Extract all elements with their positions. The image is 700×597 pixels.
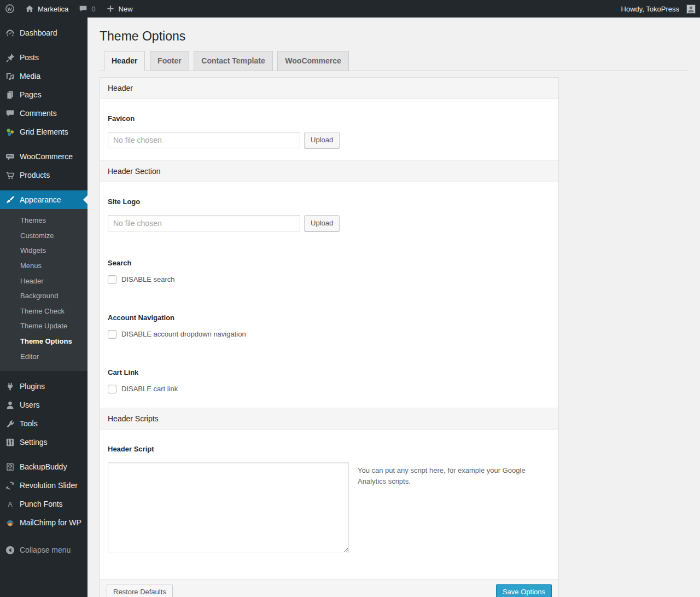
disable-cart-link-checkbox[interactable] — [108, 385, 116, 393]
sidebar-item-punch-fonts[interactable]: A Punch Fonts — [0, 495, 88, 513]
restore-defaults-button[interactable]: Restore Defaults — [107, 584, 173, 597]
submenu-item-editor[interactable]: Editor — [0, 349, 88, 364]
sidebar-item-plugins[interactable]: Plugins — [0, 377, 88, 396]
sidebar-item-label: Settings — [20, 438, 48, 446]
checkbox-label[interactable]: DISABLE cart link — [121, 385, 178, 393]
favicon-file-row: Upload — [108, 132, 551, 148]
disable-search-row[interactable]: DISABLE search — [108, 275, 551, 284]
disable-account-nav-checkbox[interactable] — [108, 330, 116, 339]
collapse-menu-button[interactable]: Collapse menu — [0, 541, 88, 559]
sidebar-item-posts[interactable]: Posts — [0, 48, 88, 67]
sidebar-item-label: Tools — [20, 420, 38, 427]
pushpin-icon — [0, 53, 20, 63]
page-title: Theme Options — [100, 30, 689, 43]
site-logo-field: Site Logo Upload — [100, 182, 558, 231]
favicon-file-input[interactable] — [108, 132, 300, 148]
panel-footer: Restore Defaults Save Options — [100, 579, 558, 597]
tab-bar: Header Footer Contact Template WooCommer… — [100, 51, 689, 71]
home-icon — [25, 4, 34, 14]
my-account-link[interactable]: Howdy, TokoPress — [616, 0, 696, 18]
submenu-item-header[interactable]: Header — [0, 274, 88, 289]
admin-bar: Marketica 0 New Howdy, TokoPress — [0, 0, 700, 18]
account-navigation-field: Account Navigation DISABLE account dropd… — [100, 298, 558, 339]
sidebar-item-label: Collapse menu — [20, 546, 71, 554]
tab-contact-template[interactable]: Contact Template — [194, 51, 272, 71]
sidebar-item-label: Plugins — [20, 382, 45, 390]
site-logo-file-input[interactable] — [108, 215, 300, 231]
submenu-item-theme-check[interactable]: Theme Check — [0, 304, 88, 319]
sidebar-item-label: Media — [20, 72, 40, 80]
sidebar-item-appearance[interactable]: Appearance — [0, 190, 88, 209]
mailchimp-monkey-icon — [0, 518, 20, 528]
sidebar-item-label: Dashboard — [20, 29, 57, 37]
submenu-item-menus[interactable]: Menus — [0, 258, 88, 274]
admin-menu: Dashboard Posts Media Pages — [0, 24, 88, 559]
sidebar-item-settings[interactable]: Settings — [0, 433, 88, 451]
sidebar-item-mailchimp[interactable]: MailChimp for WP — [0, 513, 88, 532]
checkbox-label[interactable]: DISABLE account dropdown navigation — [121, 330, 246, 338]
favicon-upload-button[interactable]: Upload — [304, 132, 340, 148]
favicon-field: Favicon Upload — [100, 99, 558, 148]
cart-link-field: Cart Link DISABLE cart link — [100, 353, 558, 393]
checkbox-label[interactable]: DISABLE search — [121, 275, 175, 283]
svg-text:A: A — [8, 501, 13, 508]
field-label: Site Logo — [108, 182, 551, 206]
sidebar-item-users[interactable]: Users — [0, 396, 88, 414]
grid-elements-icon — [0, 127, 20, 137]
menu-separator — [0, 451, 88, 457]
dashboard-icon — [0, 28, 20, 38]
media-icon — [0, 71, 20, 82]
theme-options-panel: Header Favicon Upload Header Section Sit… — [100, 77, 559, 597]
sidebar-item-tools[interactable]: Tools — [0, 414, 88, 433]
sidebar-item-revolution-slider[interactable]: Revolution Slider — [0, 476, 88, 495]
submenu-item-theme-options[interactable]: Theme Options — [0, 334, 88, 349]
submenu-item-customize[interactable]: Customize — [0, 228, 88, 244]
sidebar-item-backupbuddy[interactable]: BackupBuddy — [0, 457, 88, 476]
tab-woocommerce[interactable]: WooCommerce — [277, 51, 348, 71]
sidebar-item-products[interactable]: Products — [0, 166, 88, 184]
comments-count: 0 — [91, 5, 95, 13]
header-script-help-text: You can put any script here, for example… — [358, 465, 527, 487]
new-content-link[interactable]: New — [101, 0, 138, 18]
search-field: Search DISABLE search — [100, 244, 558, 284]
section-header: Header — [100, 78, 558, 99]
sidebar-item-pages[interactable]: Pages — [0, 85, 88, 104]
field-label: Cart Link — [108, 353, 551, 376]
field-label: Search — [108, 244, 551, 267]
disable-account-nav-row[interactable]: DISABLE account dropdown navigation — [108, 330, 551, 339]
sidebar-item-label: Users — [20, 401, 40, 409]
appearance-submenu-wrap: Themes Customize Widgets Menus Header Ba… — [0, 209, 88, 371]
field-label: Account Navigation — [108, 298, 551, 322]
sidebar-item-dashboard[interactable]: Dashboard — [0, 24, 88, 42]
brush-icon — [0, 195, 20, 205]
tab-header[interactable]: Header — [104, 51, 145, 71]
comments-bubble-link[interactable]: 0 — [73, 0, 100, 18]
site-name-link[interactable]: Marketica — [20, 0, 73, 18]
plus-icon — [106, 4, 115, 14]
sidebar-item-label: BackupBuddy — [20, 463, 67, 471]
sidebar-item-label: Appearance — [20, 196, 61, 204]
refresh-icon — [0, 480, 20, 491]
submenu-item-themes[interactable]: Themes — [0, 213, 88, 228]
sidebar-item-comments[interactable]: Comments — [0, 104, 88, 123]
sidebar-item-label: Punch Fonts — [20, 500, 63, 508]
submenu-item-background[interactable]: Background — [0, 288, 88, 304]
backup-drive-icon — [0, 462, 20, 472]
wp-logo-menu[interactable] — [0, 0, 20, 18]
sidebar-item-media[interactable]: Media — [0, 67, 88, 85]
disable-search-checkbox[interactable] — [108, 275, 116, 284]
sidebar-item-woocommerce[interactable]: Woo WooCommerce — [0, 147, 88, 166]
header-script-textarea[interactable] — [108, 462, 349, 553]
sidebar-item-label: MailChimp for WP — [20, 519, 81, 526]
site-logo-upload-button[interactable]: Upload — [304, 215, 340, 231]
comments-icon — [0, 108, 20, 119]
sidebar-item-grid-elements[interactable]: Grid Elements — [0, 123, 88, 141]
submenu-item-theme-update[interactable]: Theme Update — [0, 318, 88, 334]
site-logo-file-row: Upload — [108, 215, 551, 231]
submenu-item-widgets[interactable]: Widgets — [0, 243, 88, 258]
save-options-button[interactable]: Save Options — [496, 584, 552, 597]
tab-footer[interactable]: Footer — [150, 51, 189, 71]
menu-separator — [0, 141, 88, 147]
pages-icon — [0, 90, 20, 100]
disable-cart-link-row[interactable]: DISABLE cart link — [108, 385, 551, 393]
